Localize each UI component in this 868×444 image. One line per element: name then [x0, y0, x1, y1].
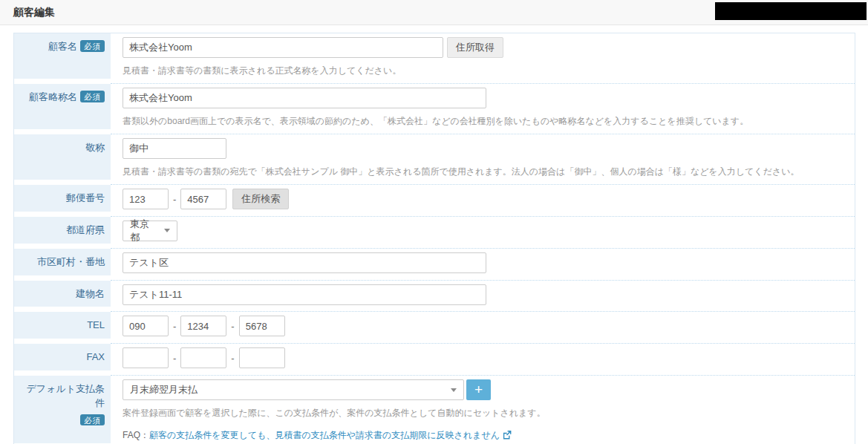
honorific-label: 敬称 [14, 134, 111, 180]
page-header: 顧客編集 [0, 0, 868, 25]
postal-code-input-1[interactable] [123, 189, 169, 209]
tel-input-2[interactable] [180, 316, 226, 336]
row-customer-name: 顧客名必須 住所取得 見積書・請求書等の書類に表示される正式名称を入力してくださ… [14, 33, 855, 84]
chevron-down-icon [164, 229, 170, 232]
prefecture-select[interactable]: 東京都 [123, 221, 177, 241]
customer-short-name-help: 書類以外のboard画面上での表示名で、表示領域の節約のため、「株式会社」などの… [123, 115, 847, 128]
tel-label: TEL [14, 312, 111, 339]
row-tel: TEL - - [14, 312, 855, 344]
fax-input-2[interactable] [180, 347, 226, 368]
required-badge: 必須 [80, 414, 105, 426]
page-title: 顧客編集 [13, 6, 55, 19]
customer-short-name-input[interactable] [123, 88, 486, 108]
required-badge: 必須 [80, 91, 105, 102]
customer-name-input[interactable] [123, 37, 443, 58]
building-label: 建物名 [14, 281, 111, 307]
row-customer-short-name: 顧客略称名必須 書類以外のboard画面上での表示名で、表示領域の節約のため、「… [14, 84, 855, 134]
address-search-button[interactable]: 住所検索 [232, 189, 289, 209]
row-payment-terms: デフォルト支払条件 必須 月末締翌月末払 + 案件登録画面で顧客を選択した際に、… [14, 376, 855, 444]
postal-code-label: 郵便番号 [14, 185, 111, 212]
honorific-help: 見積書・請求書等の書類の宛先で「株式会社サンプル 御中」と表示される箇所で使用さ… [123, 166, 847, 178]
customer-name-label: 顧客名必須 [14, 33, 111, 79]
customer-edit-form: 顧客名必須 住所取得 見積書・請求書等の書類に表示される正式名称を入力してくださ… [13, 33, 855, 444]
redacted-area [715, 2, 867, 20]
payment-terms-help: 案件登録画面で顧客を選択した際に、この支払条件が、案件の支払条件として自動的にセ… [123, 407, 847, 419]
payment-terms-label: デフォルト支払条件 必須 [14, 376, 111, 443]
payment-terms-select[interactable]: 月末締翌月末払 [123, 379, 464, 400]
required-badge: 必須 [80, 40, 105, 52]
address-fetch-button[interactable]: 住所取得 [447, 37, 503, 58]
row-postal-code: 郵便番号 - 住所検索 [14, 185, 855, 217]
honorific-input[interactable] [123, 138, 226, 159]
payment-terms-faq: FAQ：顧客の支払条件を変更しても、見積書の支払条件や請求書の支払期限に反映され… [123, 429, 847, 442]
city-label: 市区町村・番地 [14, 249, 111, 275]
row-city: 市区町村・番地 [14, 249, 855, 281]
prefecture-select-value: 東京都 [130, 218, 158, 244]
building-input[interactable] [123, 284, 486, 305]
add-payment-terms-button[interactable]: + [466, 379, 491, 400]
tel-input-3[interactable] [239, 316, 285, 336]
row-building: 建物名 [14, 281, 855, 313]
chevron-down-icon [451, 388, 457, 392]
payment-terms-select-value: 月末締翌月末払 [130, 383, 198, 396]
tel-input-1[interactable] [123, 316, 169, 336]
postal-code-input-2[interactable] [180, 189, 226, 209]
row-prefecture: 都道府県 東京都 [14, 217, 855, 249]
city-input[interactable] [123, 252, 486, 273]
faq-link[interactable]: 顧客の支払条件を変更しても、見積書の支払条件や請求書の支払期限に反映されません [149, 430, 512, 440]
customer-short-name-label: 顧客略称名必須 [14, 84, 111, 129]
fax-label: FAX [14, 344, 111, 370]
prefecture-label: 都道府県 [14, 217, 111, 244]
external-link-icon [503, 431, 512, 440]
customer-name-help: 見積書・請求書等の書類に表示される正式名称を入力してください。 [123, 65, 847, 77]
row-fax: FAX - - [14, 344, 855, 376]
fax-input-1[interactable] [123, 347, 169, 368]
row-honorific: 敬称 見積書・請求書等の書類の宛先で「株式会社サンプル 御中」と表示される箇所で… [14, 134, 855, 185]
fax-input-3[interactable] [239, 347, 285, 368]
